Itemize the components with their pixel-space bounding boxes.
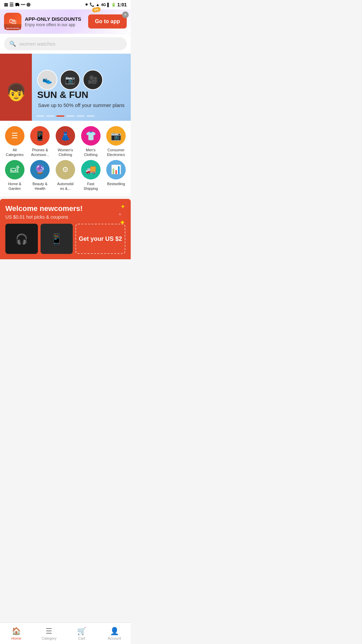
app-icon-5 bbox=[26, 3, 31, 7]
call-icon: 📞 bbox=[89, 2, 95, 7]
logo-badge: App Exclusive bbox=[4, 27, 21, 30]
hero-dot-1[interactable] bbox=[36, 115, 44, 117]
category-mens-icon: 👕 bbox=[81, 126, 101, 146]
clock: 1:01 bbox=[117, 2, 127, 7]
coupon-card[interactable]: Get your US $2 bbox=[75, 224, 125, 254]
bluetooth-icon: ⁕ bbox=[85, 2, 88, 7]
category-electronics-icon: 📷 bbox=[106, 126, 126, 146]
category-bestselling-icon: 📊 bbox=[106, 160, 126, 179]
welcome-product-1[interactable]: 🎧 bbox=[5, 224, 38, 254]
app-icon-2: ☰ bbox=[9, 2, 14, 7]
hero-dot-2[interactable] bbox=[46, 115, 54, 117]
sparkle-3: ✦ bbox=[119, 218, 125, 227]
category-womens-label: Women'sClothing bbox=[58, 148, 73, 157]
go-to-app-button[interactable]: Go to app bbox=[88, 14, 127, 29]
category-home-label: Home &Garden bbox=[8, 181, 21, 191]
search-input-wrap[interactable]: 🔍 women watches bbox=[4, 37, 127, 50]
category-bestselling[interactable]: 📊 Bestselling bbox=[104, 160, 128, 191]
categories-grid: ☰ AllCategories 📱 Phones &Accessor... 👗 … bbox=[0, 121, 131, 196]
search-bar: 🔍 women watches bbox=[0, 34, 131, 54]
welcome-title: Welcome newcomers! bbox=[5, 204, 125, 213]
category-shipping-icon: 🚚 bbox=[81, 160, 101, 179]
hero-dot-6[interactable] bbox=[86, 115, 95, 117]
app-icon-3: ⛟ bbox=[15, 2, 19, 7]
logo-icon: 🛍 bbox=[9, 17, 16, 26]
category-home-icon: 🛋 bbox=[5, 160, 24, 179]
category-all[interactable]: ☰ AllCategories bbox=[3, 126, 27, 157]
sparkles-decoration: ✦ ✦ ✦ bbox=[118, 203, 125, 227]
category-beauty-icon: 🔮 bbox=[30, 160, 50, 179]
category-phones[interactable]: 📱 Phones &Accessor... bbox=[28, 126, 52, 157]
category-shipping-label: FastShipping bbox=[83, 181, 98, 191]
status-bar: ⊠ ☰ ⛟ 〰 ⁕ 📞 ▲ 4G ▌ 🔋 1:01 bbox=[0, 0, 131, 9]
category-phones-icon: 📱 bbox=[30, 126, 50, 146]
search-input[interactable]: women watches bbox=[19, 41, 56, 47]
status-left-icons: ⊠ ☰ ⛟ 〰 bbox=[4, 2, 31, 7]
hero-dot-4[interactable] bbox=[66, 115, 74, 117]
app-icon-4: 〰 bbox=[21, 2, 25, 7]
welcome-product-2[interactable]: 📱 bbox=[41, 224, 73, 254]
hero-dots bbox=[36, 115, 95, 117]
hero-dot-3[interactable] bbox=[56, 115, 64, 117]
product-sneaker: 👟 bbox=[37, 70, 57, 90]
category-phones-label: Phones &Accessor... bbox=[31, 148, 49, 157]
welcome-products: 🎧 📱 Get your US $2 bbox=[5, 224, 125, 254]
hero-title: SUN & FUN bbox=[37, 90, 125, 100]
welcome-subtitle: US $0.01 hot picks & coupons bbox=[5, 214, 125, 220]
hero-red-panel: 👦 bbox=[0, 54, 32, 121]
welcome-section: Welcome newcomers! US $0.01 hot picks & … bbox=[0, 199, 131, 259]
search-icon: 🔍 bbox=[9, 41, 16, 47]
product-gimbal: 🎥 bbox=[83, 70, 103, 90]
category-beauty-label: Beauty &Health bbox=[33, 181, 48, 191]
signal-4g-icon: 4G bbox=[101, 3, 106, 7]
category-electronics[interactable]: 📷 ConsumerElectronics bbox=[104, 126, 128, 157]
coupon-text: Get your US $2 bbox=[79, 235, 122, 243]
category-auto-label: Automobiles &... bbox=[57, 181, 74, 191]
category-electronics-label: ConsumerElectronics bbox=[107, 148, 125, 157]
banner-subtitle: Enjoy more offers in our app bbox=[25, 22, 88, 27]
category-beauty[interactable]: 🔮 Beauty &Health bbox=[28, 160, 52, 191]
category-home[interactable]: 🛋 Home &Garden bbox=[3, 160, 27, 191]
app-icon-1: ⊠ bbox=[4, 2, 8, 7]
hero-subtitle: Save up to 50% off your summer plans bbox=[37, 102, 125, 108]
hero-banner: 👦 👟 📷 🎥 SUN & FUN Save up to 50% off you… bbox=[0, 54, 131, 121]
banner-title: APP-ONLY DISCOUNTS bbox=[25, 16, 88, 22]
category-all-icon: ☰ bbox=[5, 126, 24, 146]
sparkle-2: ✦ bbox=[118, 212, 122, 217]
status-right-icons: ⁕ 📞 ▲ 4G ▌ 🔋 1:01 bbox=[85, 2, 127, 7]
wifi-icon: ▲ bbox=[96, 2, 100, 7]
category-shipping[interactable]: 🚚 FastShipping bbox=[79, 160, 103, 191]
discount-bubble: 5% bbox=[92, 7, 101, 13]
category-mens-label: Men'sClothing bbox=[84, 148, 97, 157]
battery-icon: 🔋 bbox=[111, 3, 116, 7]
app-banner: 🛍 App Exclusive APP-ONLY DISCOUNTS Enjoy… bbox=[0, 9, 131, 34]
category-womens[interactable]: 👗 Women'sClothing bbox=[53, 126, 77, 157]
category-auto[interactable]: ⚙ Automobiles &... bbox=[53, 160, 77, 191]
close-banner-button[interactable]: × bbox=[122, 11, 129, 18]
hero-dot-5[interactable] bbox=[76, 115, 84, 117]
category-mens[interactable]: 👕 Men'sClothing bbox=[79, 126, 103, 157]
signal-bar-icon: ▌ bbox=[107, 3, 110, 7]
hero-content: 👟 📷 🎥 SUN & FUN Save up to 50% off your … bbox=[32, 60, 131, 115]
category-all-label: AllCategories bbox=[6, 148, 23, 157]
category-womens-icon: 👗 bbox=[56, 126, 75, 146]
category-bestselling-label: Bestselling bbox=[107, 181, 125, 186]
aliexpress-logo: 🛍 App Exclusive bbox=[4, 13, 21, 30]
product-camera: 📷 bbox=[60, 70, 80, 90]
category-auto-icon: ⚙ bbox=[56, 160, 75, 179]
sparkle-1: ✦ bbox=[120, 203, 125, 210]
banner-text-block: APP-ONLY DISCOUNTS Enjoy more offers in … bbox=[25, 16, 88, 27]
